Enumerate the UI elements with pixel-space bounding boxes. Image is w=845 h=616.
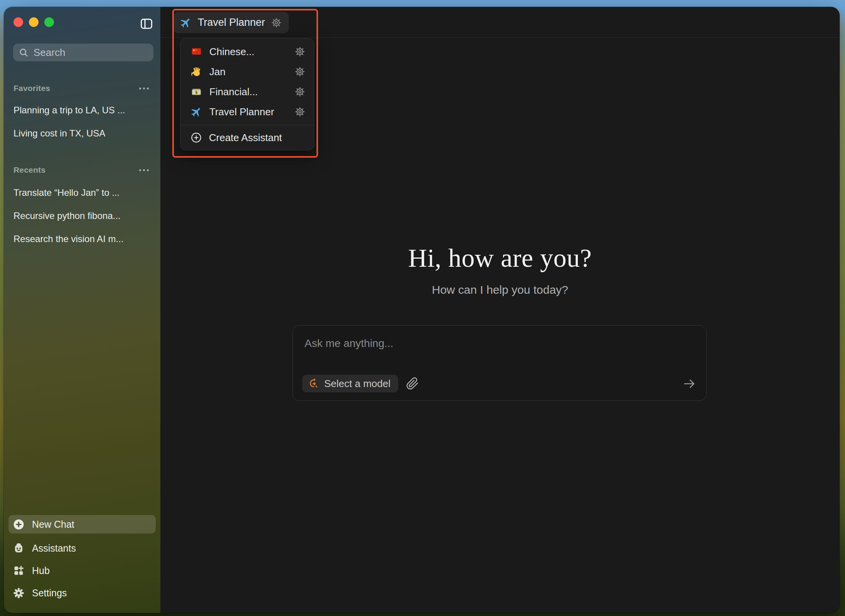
- search-input[interactable]: [34, 47, 163, 59]
- close-window-button[interactable]: [13, 17, 23, 27]
- favorites-section-header: Favorites: [4, 82, 160, 94]
- gear-icon[interactable]: [295, 66, 305, 77]
- assistant-dropdown-menu: Chinese...: [180, 38, 314, 150]
- chat-title: Planning a trip to LA, US ...: [13, 105, 125, 116]
- menu-item-label: Financial...: [209, 86, 258, 98]
- sidebar: Favorites Planning a trip to LA, US ... …: [4, 7, 160, 613]
- zoom-window-button[interactable]: [44, 17, 54, 27]
- desktop-background: Favorites Planning a trip to LA, US ... …: [0, 0, 845, 616]
- new-chat-label: New Chat: [32, 519, 74, 530]
- airplane-icon: [180, 17, 192, 29]
- menu-item-label: Travel Planner: [209, 106, 274, 118]
- recent-chat-item[interactable]: Recursive python fibona...: [8, 207, 156, 224]
- svg-text:$: $: [195, 90, 197, 94]
- hub-label: Hub: [32, 565, 50, 576]
- waving-hand-icon: [190, 66, 202, 78]
- search-icon: [19, 47, 29, 58]
- select-model-label: Select a model: [324, 378, 391, 390]
- menu-item-label: Chinese...: [209, 46, 254, 58]
- new-chat-button[interactable]: New Chat: [8, 515, 156, 534]
- gear-icon[interactable]: [271, 17, 282, 28]
- chat-title: Living cost in TX, USA: [13, 128, 105, 139]
- assistants-label: Assistants: [32, 543, 76, 554]
- recent-chat-item[interactable]: Translate “Hello Jan” to ...: [8, 184, 156, 201]
- sidebar-toggle-button[interactable]: [140, 17, 154, 31]
- create-assistant-button[interactable]: Create Assistant: [180, 125, 314, 150]
- attach-file-button[interactable]: [406, 377, 419, 390]
- gear-icon[interactable]: [295, 106, 305, 117]
- favorite-chat-item[interactable]: Planning a trip to LA, US ...: [8, 102, 156, 119]
- model-provider-icon: [307, 377, 319, 390]
- chat-title: Recursive python fibona...: [13, 210, 121, 221]
- favorites-options-button[interactable]: [138, 86, 150, 91]
- gear-icon: [13, 587, 25, 599]
- assistant-menu-item-financial[interactable]: $ Financial...: [180, 82, 314, 102]
- hub-grid-icon: [13, 565, 25, 577]
- recent-chat-item[interactable]: Research the vision AI m...: [8, 231, 156, 247]
- chat-title: Research the vision AI m...: [13, 234, 123, 244]
- plus-circle-outline-icon: [190, 132, 202, 143]
- airplane-icon: [190, 106, 202, 118]
- create-assistant-label: Create Assistant: [209, 132, 282, 144]
- money-icon: $: [190, 86, 202, 98]
- gear-icon[interactable]: [295, 46, 305, 57]
- window-controls: [13, 17, 54, 27]
- search-field[interactable]: [13, 44, 153, 61]
- paperclip-icon: [406, 377, 419, 390]
- chat-title: Translate “Hello Jan” to ...: [13, 187, 120, 198]
- sidebar-item-settings[interactable]: Settings: [8, 584, 156, 602]
- greeting-subtitle: How can I help you today?: [160, 283, 840, 296]
- recents-section-header: Recents: [4, 164, 160, 176]
- assistant-selector-label: Travel Planner: [198, 17, 265, 29]
- minimize-window-button[interactable]: [29, 17, 39, 27]
- assistant-menu-item-jan[interactable]: Jan: [180, 62, 314, 82]
- select-model-button[interactable]: Select a model: [302, 375, 398, 392]
- composer-toolbar: Select a model: [302, 374, 696, 393]
- favorites-label: Favorites: [13, 84, 50, 93]
- sidebar-toggle-icon: [140, 17, 154, 30]
- app-window: Favorites Planning a trip to LA, US ... …: [4, 7, 840, 613]
- greeting-title: Hi, how are you?: [160, 243, 840, 273]
- settings-label: Settings: [32, 587, 67, 599]
- favorite-chat-item[interactable]: Living cost in TX, USA: [8, 125, 156, 142]
- sidebar-item-assistants[interactable]: Assistants: [8, 539, 156, 557]
- recents-label: Recents: [13, 165, 45, 175]
- sidebar-item-hub[interactable]: Hub: [8, 561, 156, 580]
- assistant-icon: [13, 542, 25, 554]
- menu-item-label: Jan: [209, 66, 226, 78]
- chat-composer[interactable]: Select a model: [293, 325, 707, 401]
- send-arrow-icon: [682, 377, 696, 391]
- gear-icon[interactable]: [295, 86, 305, 97]
- send-message-button[interactable]: [682, 377, 696, 391]
- assistant-menu-item-travel-planner[interactable]: Travel Planner: [180, 102, 314, 122]
- chat-input[interactable]: [305, 336, 695, 351]
- assistant-menu-item-chinese[interactable]: Chinese...: [180, 42, 314, 62]
- china-flag-icon: [190, 46, 202, 57]
- plus-circle-icon: [13, 518, 25, 530]
- recents-options-button[interactable]: [138, 168, 150, 173]
- assistant-selector-button[interactable]: Travel Planner: [173, 12, 289, 33]
- main-panel: Travel Planner: [160, 7, 840, 613]
- greeting: Hi, how are you? How can I help you toda…: [160, 243, 840, 296]
